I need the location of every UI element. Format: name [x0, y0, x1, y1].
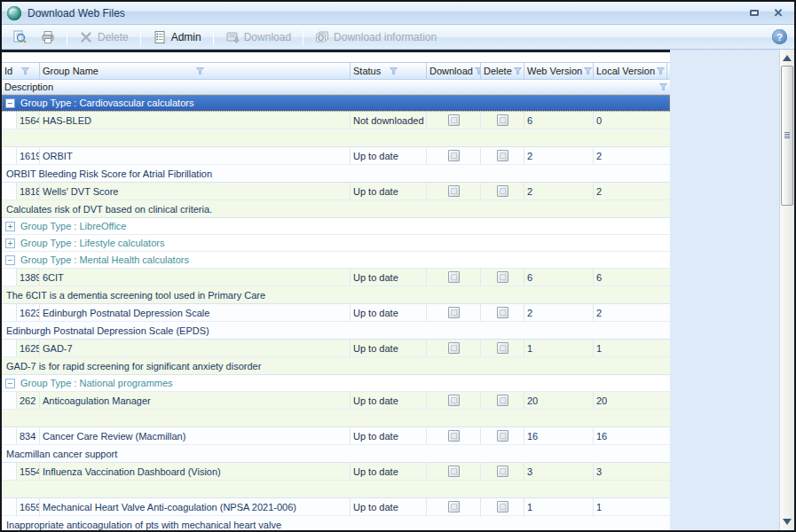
column-header-download[interactable]: Download	[427, 63, 481, 79]
filter-icon[interactable]	[514, 66, 522, 76]
collapse-icon[interactable]: −	[5, 255, 15, 265]
description-row[interactable]	[2, 410, 670, 427]
delete-checkbox[interactable]	[497, 466, 508, 477]
filter-icon[interactable]	[584, 66, 592, 76]
delete-checkbox[interactable]	[497, 150, 508, 161]
name-cell: Wells' DVT Score	[40, 183, 351, 200]
delete-checkbox[interactable]	[497, 395, 508, 406]
delete-checkbox[interactable]	[497, 307, 508, 318]
group-row[interactable]: −Group Type : Mental Health calculators	[2, 252, 670, 269]
download-checkbox[interactable]	[448, 466, 460, 477]
close-button[interactable]: ✕	[769, 6, 787, 20]
table-row[interactable]: 1659Mechanical Heart Valve Anti-coagulat…	[2, 498, 670, 516]
description-row[interactable]: The 6CIT is a dementia screening tool us…	[2, 286, 670, 304]
delete-checkbox[interactable]	[497, 430, 508, 442]
web-version-cell: 6	[524, 112, 594, 129]
description-row[interactable]: ORBIT Bleeding Risk Score for Atrial Fib…	[2, 165, 670, 183]
download-button[interactable]: Download	[220, 28, 296, 46]
delete-button[interactable]: Delete	[74, 28, 134, 46]
delete-checkbox[interactable]	[497, 271, 508, 283]
group-indent	[2, 498, 17, 515]
scrollbar-thumb[interactable]	[781, 66, 793, 206]
column-header-id[interactable]: Id	[2, 63, 40, 79]
group-row[interactable]: −Group Type : National programmes	[2, 375, 670, 392]
table-row[interactable]: 13896CITUp to date66	[2, 269, 670, 286]
description-row[interactable]: GAD-7 is for rapid screening for signifi…	[2, 357, 670, 375]
download-checkbox[interactable]	[448, 307, 460, 318]
scroll-up-icon[interactable]	[783, 55, 792, 61]
id-cell: 834	[17, 427, 40, 444]
filter-icon[interactable]	[657, 66, 665, 76]
table-row[interactable]: 1564HAS-BLEDNot downloaded60	[2, 112, 670, 129]
column-header-row: IdGroup NameStatusDownloadDeleteWeb Vers…	[2, 63, 670, 80]
group-indent	[2, 147, 17, 164]
download-checkbox[interactable]	[448, 185, 460, 197]
table-row[interactable]: 262Anticoagulation ManagerUp to date2020	[2, 392, 670, 410]
collapse-icon[interactable]: −	[5, 98, 15, 108]
delete-checkbox[interactable]	[497, 342, 508, 354]
filter-icon[interactable]	[475, 66, 481, 76]
description-row[interactable]	[2, 129, 670, 147]
toolbar-separator	[67, 29, 67, 45]
description-row[interactable]: Macmillan cancer support	[2, 445, 670, 463]
group-row[interactable]: −Group Type : Cardiovascular calculators	[2, 95, 670, 112]
status-cell: Up to date	[351, 147, 427, 164]
download-information-button[interactable]: Download information	[310, 28, 442, 46]
vertical-scrollbar[interactable]	[779, 50, 794, 530]
table-row[interactable]: 1554Influenza Vaccination Dashboard (Vis…	[2, 463, 670, 481]
minimize-button[interactable]	[745, 6, 763, 20]
download-information-label: Download information	[334, 31, 437, 43]
filter-icon[interactable]	[390, 66, 424, 76]
print-preview-icon	[12, 30, 27, 44]
column-header-label: Download	[430, 66, 473, 76]
print-button[interactable]	[35, 28, 60, 46]
id-cell: 1623	[17, 304, 40, 321]
help-button[interactable]: ?	[772, 29, 787, 44]
delete-checkbox[interactable]	[497, 185, 508, 197]
download-checkbox[interactable]	[448, 271, 460, 283]
download-checkbox[interactable]	[448, 114, 460, 126]
table-row[interactable]: 1623Edinburgh Postnatal Depression Scale…	[2, 304, 670, 322]
expand-icon[interactable]: +	[5, 239, 15, 248]
description-row[interactable]: Calculates risk of DVT based on clinical…	[2, 200, 670, 218]
filter-icon[interactable]	[196, 66, 348, 76]
expand-icon[interactable]: +	[5, 222, 15, 231]
download-checkbox[interactable]	[448, 501, 460, 512]
filter-icon[interactable]	[21, 66, 36, 76]
download-checkbox[interactable]	[448, 342, 460, 354]
description-row[interactable]	[2, 481, 670, 498]
column-header-label: Group Name	[43, 66, 194, 76]
table-row[interactable]: 1818Wells' DVT ScoreUp to date22	[2, 183, 670, 200]
filter-icon[interactable]	[659, 82, 667, 92]
column-header-group-name[interactable]: Group Name	[40, 63, 351, 79]
group-row[interactable]: +Group Type : LibreOffice	[2, 218, 670, 235]
description-header[interactable]: Description	[2, 80, 670, 95]
download-checkbox[interactable]	[448, 430, 460, 442]
table-row[interactable]: 1625GAD-7Up to date11	[2, 340, 670, 357]
description-row[interactable]: Edinburgh Postnatal Depression Scale (EP…	[2, 322, 670, 340]
web-version-cell: 1	[524, 498, 594, 515]
admin-button[interactable]: Admin	[147, 28, 207, 46]
status-cell: Up to date	[351, 427, 427, 444]
delete-checkbox[interactable]	[497, 114, 508, 126]
group-row[interactable]: +Group Type : Lifestyle calculators	[2, 235, 670, 252]
column-header-status[interactable]: Status	[351, 63, 427, 79]
local-version-cell: 3	[594, 463, 667, 480]
collapse-icon[interactable]: −	[5, 379, 15, 388]
description-row[interactable]: Inappropriate anticoagulation of pts wit…	[2, 516, 670, 530]
group-indent	[2, 427, 17, 444]
download-checkbox[interactable]	[448, 150, 460, 161]
column-header-web-version[interactable]: Web Version	[524, 63, 594, 79]
id-cell: 1818	[17, 183, 40, 200]
table-row[interactable]: 834Cancer Care Review (Macmillan)Up to d…	[2, 427, 670, 445]
web-version-cell: 3	[524, 463, 594, 480]
name-cell: Cancer Care Review (Macmillan)	[40, 427, 351, 444]
print-preview-button[interactable]	[7, 28, 32, 46]
column-header-local-version[interactable]: Local Version	[594, 63, 667, 79]
table-row[interactable]: 1619ORBITUp to date22	[2, 147, 670, 165]
delete-checkbox[interactable]	[497, 501, 508, 512]
column-header-delete[interactable]: Delete	[481, 63, 524, 79]
local-version-cell: 2	[594, 304, 667, 321]
download-checkbox[interactable]	[448, 395, 460, 406]
scroll-down-icon[interactable]	[783, 519, 792, 525]
